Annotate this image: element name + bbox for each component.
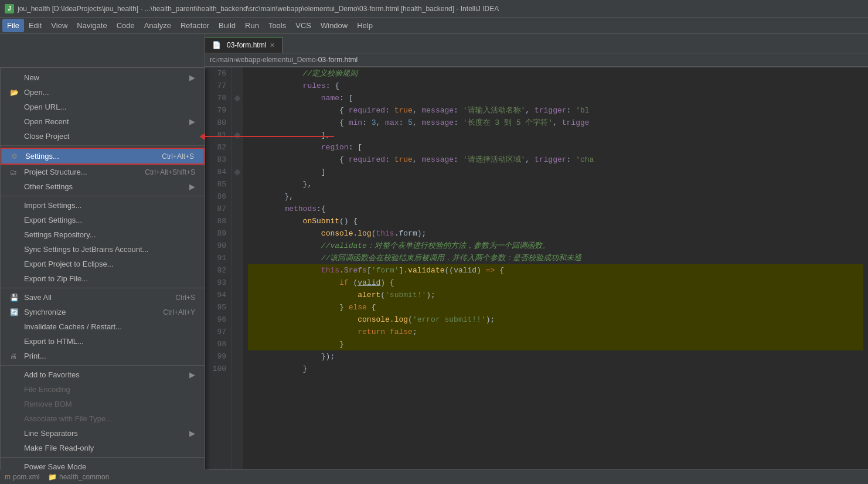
pom-file-label: pom.xml: [13, 473, 39, 481]
menu-item-export-zip[interactable]: Export to Zip File...: [1, 271, 205, 286]
arrow-icon: ▶: [189, 73, 195, 82]
menu-bar: File Edit View Navigate Code Analyze Ref…: [0, 18, 868, 34]
breadcrumb-main[interactable]: main: [218, 56, 233, 64]
code-line-79: { required: true, message: '请输入活动名称', tr…: [248, 104, 863, 117]
pom-icon: m: [5, 473, 11, 481]
menu-item-new[interactable]: New ▶: [1, 70, 205, 85]
menu-item-open-url[interactable]: Open URL...: [1, 100, 205, 114]
menu-window[interactable]: Window: [316, 19, 352, 32]
code-line-98: }: [248, 338, 863, 350]
menu-code[interactable]: Code: [112, 19, 139, 32]
breadcrumb-rc[interactable]: rc: [210, 56, 216, 64]
title-text: jou_health [D:\IdeaProjects\jou_health] …: [18, 5, 499, 13]
menu-refactor[interactable]: Refactor: [176, 19, 214, 32]
code-editor: 7677787980 8182838485 8687888990 9192939…: [205, 67, 868, 470]
code-content: 7677787980 8182838485 8687888990 9192939…: [205, 67, 868, 470]
line-numbers: 7677787980 8182838485 8687888990 9192939…: [205, 67, 232, 470]
line-separators-arrow-icon: ▶: [189, 429, 195, 438]
menu-item-sync-settings[interactable]: Sync Settings to JetBrains Account...: [1, 242, 205, 257]
code-line-91: //该回调函数会在校验结束后被调用，并传入两个参数：是否校验成功和未通: [248, 252, 863, 264]
other-settings-arrow-icon: ▶: [189, 182, 195, 191]
tab-label: 03-form.html: [227, 41, 266, 49]
menu-file[interactable]: File: [2, 19, 24, 32]
menu-item-add-favorites[interactable]: Add to Favorites ▶: [1, 367, 205, 382]
open-recent-arrow-icon: ▶: [189, 117, 195, 126]
red-arrow-indicator: [199, 133, 334, 140]
menu-help[interactable]: Help: [352, 19, 377, 32]
menu-edit[interactable]: Edit: [24, 19, 46, 32]
project-structure-icon: 🗂: [10, 168, 21, 176]
menu-analyze[interactable]: Analyze: [139, 19, 176, 32]
tab-03-form[interactable]: 📄 03-form.html ✕: [205, 37, 282, 53]
menu-navigate[interactable]: Navigate: [72, 19, 111, 32]
health-common-label: health_common: [59, 473, 109, 481]
menu-item-associate-file-type: Associate with File Type...: [1, 411, 205, 426]
menu-item-close-project[interactable]: Close Project: [1, 129, 205, 144]
menu-item-settings-repo[interactable]: Settings Repository...: [1, 227, 205, 242]
save-all-icon: 💾: [10, 294, 21, 302]
menu-item-settings[interactable]: ⚙ Settings... Ctrl+Alt+S: [1, 148, 205, 165]
code-line-97: return false;: [248, 326, 863, 338]
divider-4: [1, 365, 205, 366]
title-bar: J jou_health [D:\IdeaProjects\jou_health…: [0, 0, 868, 18]
menu-item-save-all[interactable]: 💾 Save All Ctrl+S: [1, 290, 205, 305]
code-line-83: { required: true, message: '请选择活动区域', tr…: [248, 154, 863, 166]
open-icon: 📂: [10, 88, 21, 97]
code-line-99: });: [248, 350, 863, 363]
code-line-93: if (valid) {: [248, 277, 863, 289]
divider-1: [1, 145, 205, 146]
breadcrumb-elementui[interactable]: elementui_Demo: [263, 56, 316, 64]
app-icon: J: [5, 4, 14, 13]
project-panel-header: [0, 34, 205, 67]
tab-bar: 📄 03-form.html ✕: [205, 34, 868, 53]
menu-build[interactable]: Build: [214, 19, 240, 32]
code-line-84: ]: [248, 166, 863, 178]
menu-tools[interactable]: Tools: [264, 19, 291, 32]
menu-item-import-settings[interactable]: Import Settings...: [1, 198, 205, 213]
synchronize-shortcut: Ctrl+Alt+Y: [163, 308, 195, 316]
menu-item-open-recent[interactable]: Open Recent ▶: [1, 114, 205, 129]
menu-item-export-html[interactable]: Export to HTML...: [1, 334, 205, 349]
print-icon: 🖨: [10, 352, 21, 360]
menu-view[interactable]: View: [46, 19, 72, 32]
bottom-project-tree: m pom.xml 📁 health_common: [5, 473, 109, 481]
menu-item-project-structure[interactable]: 🗂 Project Structure... Ctrl+Alt+Shift+S: [1, 165, 205, 179]
tab-close-button[interactable]: ✕: [270, 42, 275, 49]
code-line-82: region: [: [248, 141, 863, 154]
code-line-81: ],: [248, 129, 863, 141]
breadcrumb: rc › main › webapp › elementui_Demo › 03…: [205, 53, 868, 67]
divider-5: [1, 457, 205, 458]
menu-run[interactable]: Run: [240, 19, 264, 32]
add-favorites-arrow-icon: ▶: [189, 370, 195, 379]
breadcrumb-file[interactable]: 03-form.html: [318, 56, 358, 64]
code-line-89: console.log(this.form);: [248, 227, 863, 240]
menu-item-remove-bom: Remove BOM: [1, 397, 205, 411]
code-line-90: //validate：对整个表单进行校验的方法，参数为一个回调函数。: [248, 240, 863, 252]
menu-vcs[interactable]: VCS: [291, 19, 316, 32]
code-line-77: rules: {: [248, 80, 863, 92]
code-lines: //定义校验规则 rules: { name: [ { required: tr…: [243, 67, 868, 470]
code-line-94: alert('submit!');: [248, 289, 863, 301]
menu-item-make-read-only[interactable]: Make File Read-only: [1, 441, 205, 455]
synchronize-icon: 🔄: [10, 308, 21, 316]
menu-item-file-encoding: File Encoding: [1, 382, 205, 397]
menu-item-export-eclipse[interactable]: Export Project to Eclipse...: [1, 257, 205, 271]
divider-3: [1, 288, 205, 288]
menu-item-power-save[interactable]: Power Save Mode: [1, 459, 205, 470]
bottom-status-bar: m pom.xml 📁 health_common: [0, 469, 868, 484]
folder-icon: 📁: [48, 473, 57, 481]
menu-item-line-separators[interactable]: Line Separators ▶: [1, 426, 205, 441]
code-line-86: },: [248, 190, 863, 203]
breadcrumb-webapp[interactable]: webapp: [236, 56, 260, 64]
menu-item-print[interactable]: 🖨 Print...: [1, 349, 205, 363]
menu-item-export-settings[interactable]: Export Settings...: [1, 213, 205, 227]
menu-item-open[interactable]: 📂 Open...: [1, 85, 205, 100]
code-line-92: this.$refs['form'].validate((valid) => {: [248, 264, 863, 277]
menu-item-synchronize[interactable]: 🔄 Synchronize Ctrl+Alt+Y: [1, 305, 205, 319]
divider-2: [1, 196, 205, 196]
code-line-87: methods:{: [248, 203, 863, 215]
menu-item-invalidate[interactable]: Invalidate Caches / Restart...: [1, 319, 205, 334]
menu-item-other-settings[interactable]: Other Settings ▶: [1, 179, 205, 194]
code-line-100: }: [248, 363, 863, 375]
html-file-icon: 📄: [212, 41, 221, 49]
